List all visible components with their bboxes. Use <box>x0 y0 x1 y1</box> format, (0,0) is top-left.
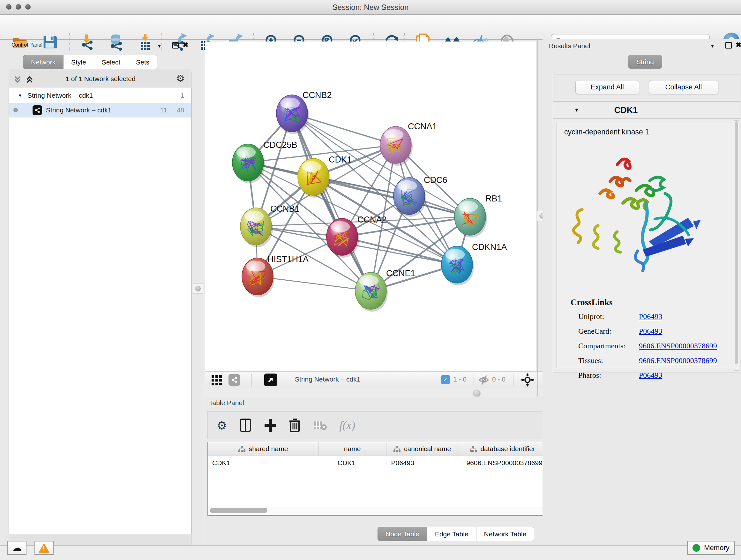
crosslink-uniprot-link[interactable]: P06493 <box>639 312 662 321</box>
delete-column-trash-icon[interactable] <box>289 418 301 433</box>
control-panel-title: Control Panel <box>11 42 43 48</box>
network-node-CDK1[interactable]: CDK1 <box>298 155 352 198</box>
network-node-CCNE1[interactable]: CCNE1 <box>355 268 415 312</box>
tab-string[interactable]: String <box>628 55 662 69</box>
control-panel-float-icon[interactable] <box>172 42 179 49</box>
cloud-status-button[interactable]: ☁ <box>7 541 26 555</box>
node-count: 11 <box>160 106 167 114</box>
network-status-dot <box>13 108 18 112</box>
crosslink-genecard-link[interactable]: P06493 <box>639 327 662 335</box>
crosslink-label-tissues: Tissues: <box>578 356 603 365</box>
status-bar <box>0 545 741 560</box>
network-row-selected[interactable]: String Network – cdk1 11 48 <box>9 103 191 118</box>
cell-shared-name: CDK1 <box>208 456 319 470</box>
expand-all-button[interactable]: Expand All <box>576 80 639 94</box>
control-panel-tabs: Network Style Select Sets <box>23 55 157 69</box>
cytoscape-window: Session: New Session <box>0 0 741 560</box>
left-splitter-handle[interactable] <box>193 284 203 294</box>
node-label-CCNA1: CCNA1 <box>408 122 437 131</box>
table-panel-title: Table Panel <box>209 399 244 407</box>
open-in-browser-button[interactable] <box>264 374 277 386</box>
edge-count: 48 <box>177 106 184 114</box>
string-network-icon <box>32 105 42 115</box>
column-tree-icon <box>238 445 246 452</box>
network-canvas[interactable]: CCNB2CCNA1CDC25BCDK1CDC6RB1CCNB1CCNA2CDK… <box>205 42 536 371</box>
network-node-CCNB2[interactable]: CCNB2 <box>276 90 332 134</box>
network-collection-row[interactable]: ▼ String Network – cdk1 1 <box>9 88 191 103</box>
network-panel-gear-icon[interactable]: ⚙ <box>176 73 185 84</box>
table-gear-icon[interactable]: ⚙ <box>217 419 227 432</box>
cell-canonical-name: P06493 <box>387 456 458 470</box>
tab-edge-table[interactable]: Edge Table <box>427 527 476 541</box>
show-columns-icon[interactable] <box>239 418 252 432</box>
crosslink-compartments-link[interactable]: 9606.ENSP00000378699 <box>639 341 717 350</box>
tab-node-table[interactable]: Node Table <box>378 527 427 541</box>
crosslink-tissues-link[interactable]: 9606.ENSP00000378699 <box>639 356 717 365</box>
tab-style[interactable]: Style <box>64 55 94 69</box>
string-network-graph[interactable]: CCNB2CCNA1CDC25BCDK1CDC6RB1CCNB1CCNA2CDK… <box>205 42 536 371</box>
results-panel-title: Results Panel <box>549 42 590 50</box>
column-header-canonical-name[interactable]: canonical name <box>387 442 458 455</box>
tab-sets[interactable]: Sets <box>128 55 157 69</box>
collapse-all-networks-icon[interactable] <box>13 75 22 85</box>
crosslink-pharos-link[interactable]: P06493 <box>639 371 662 380</box>
memory-status-dot <box>692 544 700 552</box>
results-panel-collapse-icon[interactable]: ▼ <box>710 43 715 49</box>
network-node-HIST1H1A[interactable]: HIST1H1A <box>242 254 309 297</box>
cell-database-identifier: 9606.ENSP00000378699 <box>458 456 547 470</box>
network-node-CCNA1[interactable]: CCNA1 <box>380 122 437 166</box>
network-node-CDKN1A[interactable]: CDKN1A <box>441 242 507 286</box>
node-label-HIST1H1A: HIST1H1A <box>267 254 309 264</box>
left-splitter[interactable] <box>204 39 204 545</box>
gene-card-header[interactable]: ▼ CDK1 <box>553 102 740 119</box>
create-column-plus-icon[interactable] <box>264 418 277 432</box>
warning-icon: ! <box>39 543 50 553</box>
collection-count: 1 <box>180 91 184 99</box>
warning-status-button[interactable]: ! <box>35 541 54 555</box>
node-label-CCNB2: CCNB2 <box>302 90 332 100</box>
birdseye-grid-icon[interactable] <box>211 375 222 387</box>
node-label-CDC25B: CDC25B <box>263 140 297 150</box>
function-builder-icon-disabled: f(x) <box>339 419 355 432</box>
column-header-name[interactable]: name <box>319 442 387 455</box>
tab-network-table[interactable]: Network Table <box>476 527 535 541</box>
selected-node-edge-counts: 1 - 0 <box>453 375 467 383</box>
memory-button[interactable]: Memory <box>687 541 735 555</box>
network-node-CDC6[interactable]: CDC6 <box>394 175 448 217</box>
column-header-database-identifier[interactable]: database identifier <box>458 442 547 455</box>
selected-checkbox[interactable]: ✓ <box>441 375 450 384</box>
node-label-CCNA2: CCNA2 <box>357 215 387 225</box>
hidden-eye-slash-icon[interactable] <box>478 374 489 387</box>
horizontal-splitter-handle[interactable] <box>473 389 481 397</box>
control-panel-close-icon[interactable]: ✖ <box>183 41 188 49</box>
node-label-CCNB1: CCNB1 <box>270 204 300 213</box>
tab-network[interactable]: Network <box>23 55 64 69</box>
cloud-icon: ☁ <box>12 543 22 553</box>
network-share-icon-disabled <box>228 374 240 386</box>
network-tree: ▼ String Network – cdk1 1 String Network… <box>9 88 192 534</box>
collapse-all-button[interactable]: Collapse All <box>649 80 718 94</box>
results-panel-close-icon[interactable]: ✖ <box>736 41 741 49</box>
column-tree-icon <box>393 445 401 452</box>
gene-description: cyclin-dependent kinase 1 <box>564 128 649 136</box>
memory-label: Memory <box>704 544 729 552</box>
column-tree-icon <box>469 445 477 452</box>
results-vertical-scrollbar[interactable] <box>734 120 739 371</box>
control-panel-collapse-icon[interactable]: ▼ <box>157 43 162 49</box>
tree-expander-icon[interactable]: ▼ <box>18 93 22 98</box>
tab-select[interactable]: Select <box>94 55 128 69</box>
node-label-CDK1: CDK1 <box>329 155 352 165</box>
network-node-RB1[interactable]: RB1 <box>455 194 502 238</box>
results-panel-float-icon[interactable] <box>725 42 732 49</box>
network-node-CCNB1[interactable]: CCNB1 <box>240 204 300 247</box>
expand-all-networks-icon[interactable] <box>25 75 35 85</box>
scrollbar-thumb[interactable] <box>735 121 738 364</box>
scrollbar-thumb[interactable] <box>210 508 267 513</box>
network-collection-label: String Network – cdk1 <box>27 91 93 99</box>
network-node-CDC25B[interactable]: CDC25B <box>232 140 297 183</box>
gene-expander-icon[interactable]: ▼ <box>574 107 579 113</box>
network-row-label: String Network – cdk1 <box>46 106 111 114</box>
column-header-shared-name[interactable]: shared name <box>208 442 319 455</box>
expand-collapse-box: Expand All Collapse All <box>553 74 740 100</box>
fit-content-crosshair-icon[interactable] <box>521 373 534 388</box>
